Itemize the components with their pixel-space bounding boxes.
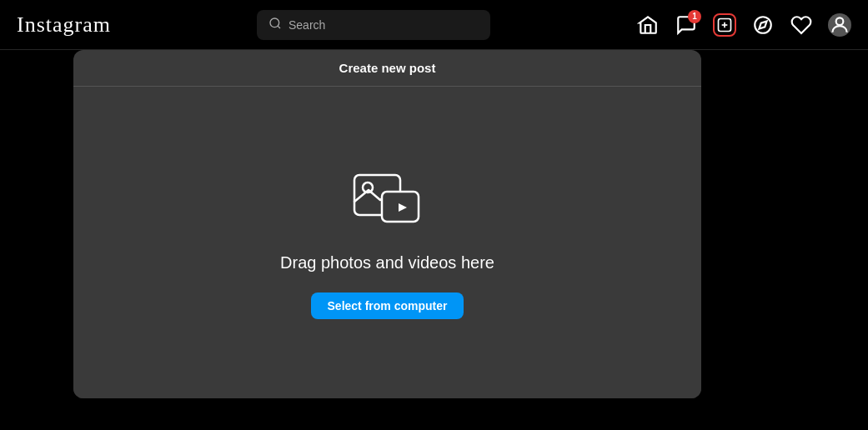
explore-icon[interactable]	[751, 13, 775, 37]
upload-icon	[350, 167, 425, 233]
avatar	[828, 13, 851, 37]
modal-header: Create new post	[73, 50, 701, 87]
modal-title: Create new post	[339, 61, 436, 75]
search-input[interactable]	[288, 18, 479, 32]
modal-body: Drag photos and videos here Select from …	[73, 87, 701, 398]
home-icon[interactable]	[636, 13, 660, 37]
likes-icon[interactable]	[790, 13, 813, 37]
svg-line-1	[278, 26, 280, 28]
search-bar[interactable]	[257, 10, 490, 40]
create-post-modal: Create new post Drag photos and videos h…	[73, 50, 701, 398]
drag-text: Drag photos and videos here	[280, 253, 494, 272]
profile-icon[interactable]	[828, 13, 851, 37]
svg-marker-6	[759, 21, 766, 28]
navbar: Instagram 1	[0, 0, 868, 50]
nav-icons: 1	[636, 13, 851, 37]
instagram-logo[interactable]: Instagram	[17, 12, 111, 38]
svg-point-7	[836, 18, 844, 25]
messages-icon[interactable]: 1	[675, 13, 698, 37]
create-icon[interactable]	[713, 13, 736, 37]
search-icon	[268, 17, 282, 33]
messages-badge: 1	[688, 10, 701, 23]
select-from-computer-button[interactable]: Select from computer	[311, 292, 464, 319]
svg-point-0	[270, 18, 279, 28]
svg-point-5	[755, 17, 771, 33]
